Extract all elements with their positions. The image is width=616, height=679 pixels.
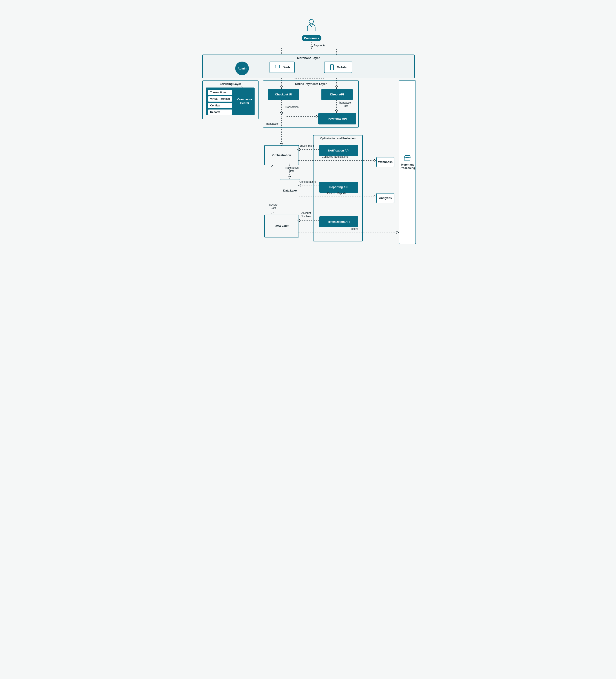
customers-label: Customers	[304, 36, 319, 40]
lower-outer-panel	[261, 79, 395, 240]
merchant-layer-title: Merchant Layer	[203, 56, 414, 60]
commerce-item-virtual-terminal: Virtual Terminal	[208, 96, 232, 102]
customers-pill: Customers	[302, 35, 321, 41]
analytics-label: Analytics	[379, 196, 392, 200]
admin-node: Admin	[235, 62, 249, 75]
mobile-label: Mobile	[337, 66, 347, 69]
commerce-item-transactions: Transactions	[208, 90, 232, 95]
commerce-item-configs: Configs	[208, 103, 232, 108]
webhooks-node: Webhooks	[377, 157, 394, 167]
merchant-layer-panel: Merchant Layer	[202, 55, 415, 78]
web-label: Web	[283, 66, 290, 69]
commerce-center-items: Transactions Virtual Terminal Configs Re…	[208, 90, 232, 115]
admin-label: Admin	[238, 67, 247, 70]
svg-point-0	[309, 19, 314, 24]
payments-label: Payments	[314, 44, 325, 47]
svg-point-3	[331, 69, 332, 69]
customer-icon	[306, 19, 317, 32]
merchant-processing-label: Merchant Processing	[400, 163, 415, 169]
analytics-node: Analytics	[377, 193, 394, 203]
mobile-icon	[330, 64, 334, 70]
commerce-center-label: Commerce Center	[236, 98, 253, 105]
mobile-node: Mobile	[324, 62, 352, 73]
servicing-layer-title: Servicing Layer	[203, 82, 258, 86]
commerce-item-reports: Reports	[208, 109, 232, 115]
merchant-processing-node: Merchant Processing	[399, 80, 416, 244]
webhooks-label: Webhooks	[378, 160, 393, 164]
store-icon	[404, 155, 411, 161]
web-node: Web	[269, 62, 295, 73]
svg-rect-1	[275, 65, 280, 68]
laptop-icon	[274, 65, 281, 70]
